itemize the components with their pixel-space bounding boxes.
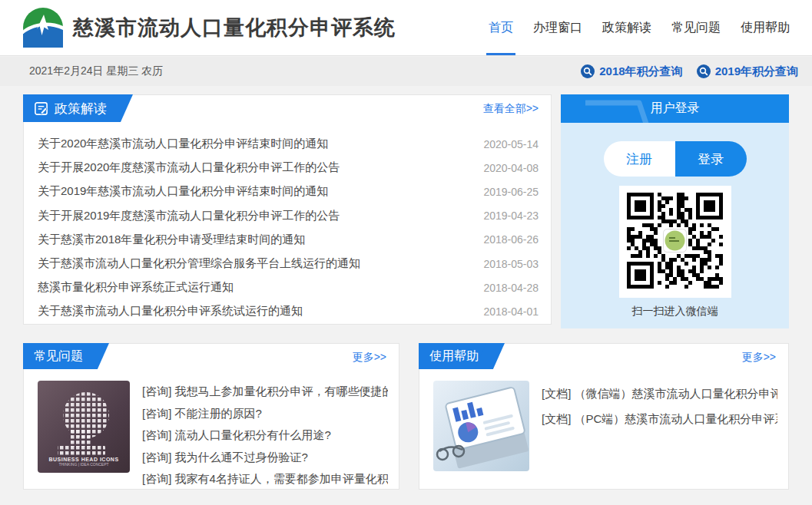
auth-toggle: 注册 登录 bbox=[604, 141, 747, 177]
notice-date: 2018-05-03 bbox=[483, 258, 539, 270]
notice-title: 关于慈溪市流动人口量化积分管理综合服务平台上线运行的通知 bbox=[38, 256, 360, 271]
notice-date: 2020-04-08 bbox=[483, 162, 539, 174]
nav-item[interactable]: 常见问题 bbox=[661, 0, 731, 55]
policy-title-label: 政策解读 bbox=[55, 100, 107, 117]
site-logo-icon bbox=[23, 8, 63, 48]
help-panel: 使用帮助 更多>> bbox=[419, 343, 789, 490]
faq-title-label: 常见问题 bbox=[34, 348, 83, 365]
faq-panel: 常见问题 更多>> BUSINESS HEAD ICONS THINKING |… bbox=[23, 343, 399, 490]
policy-list-item[interactable]: 关于慈溪市流动人口量化积分申评系统试运行的通知 2018-04-01 bbox=[38, 299, 539, 323]
nav-item[interactable]: 使用帮助 bbox=[731, 0, 800, 55]
faq-thumbnail-image[interactable]: BUSINESS HEAD ICONS THINKING | IDEA CONC… bbox=[38, 381, 130, 473]
faq-panel-title: 常见问题 bbox=[23, 343, 91, 369]
help-title-label: 使用帮助 bbox=[429, 348, 479, 365]
nav-item[interactable]: 首页 bbox=[479, 0, 523, 55]
current-date: 2021年2月24日 星期三 农历 bbox=[29, 64, 163, 78]
notice-date: 2018-04-01 bbox=[483, 305, 539, 318]
score-query-link[interactable]: 2018年积分查询 bbox=[581, 64, 682, 79]
notice-title: 慈溪市量化积分申评系统正式运行通知 bbox=[38, 280, 234, 295]
help-list: [文档] （微信端）慈溪市流动人口量化积分申评系... [文档] （PC端）慈溪… bbox=[542, 381, 777, 431]
help-list-item[interactable]: [文档] （微信端）慈溪市流动人口量化积分申评系... bbox=[542, 381, 777, 406]
site-header: 慈溪市流动人口量化积分申评系统 首页 办理窗口 政策解读 常见问题 使用帮助 bbox=[0, 0, 812, 56]
briefcase-watermark-icon bbox=[567, 97, 658, 123]
faq-more-link[interactable]: 更多>> bbox=[353, 351, 386, 365]
help-thumbnail-image[interactable] bbox=[433, 381, 529, 471]
notice-title: 关于慈溪市流动人口量化积分申评系统试运行的通知 bbox=[38, 304, 303, 319]
notice-date: 2020-05-14 bbox=[483, 138, 539, 150]
search-icon bbox=[581, 64, 595, 78]
qr-caption: 扫一扫进入微信端 bbox=[561, 305, 789, 319]
login-button[interactable]: 登录 bbox=[675, 141, 747, 177]
faq-list-item[interactable]: [咨询] 我家有4名持证人，需要都参加申评量化积分... bbox=[142, 468, 388, 490]
score-query-links: 2018年积分查询 2019年积分查询 bbox=[581, 64, 798, 79]
main-nav: 首页 办理窗口 政策解读 常见问题 使用帮助 bbox=[479, 0, 812, 55]
help-list-item[interactable]: [文档] （PC端）慈溪市流动人口量化积分申评系统... bbox=[542, 406, 777, 431]
faq-list-item[interactable]: [咨询] 流动人口量化积分有什么用途? bbox=[142, 424, 388, 447]
policy-list-item[interactable]: 关于慈溪市流动人口量化积分管理综合服务平台上线运行的通知 2018-05-03 bbox=[38, 252, 539, 276]
nav-item[interactable]: 政策解读 bbox=[592, 0, 661, 55]
register-button[interactable]: 注册 bbox=[604, 141, 675, 177]
policy-list-item[interactable]: 关于开展2020年度慈溪市流动人口量化积分申评工作的公告 2020-04-08 bbox=[38, 156, 539, 180]
score-query-label: 2019年积分查询 bbox=[715, 64, 798, 79]
faq-list: [咨询] 我想马上参加量化积分申评，有哪些便捷的... [咨询] 不能注册的原因… bbox=[142, 381, 388, 490]
page-title: 慈溪市流动人口量化积分申评系统 bbox=[73, 14, 396, 41]
faq-image-caption: BUSINESS HEAD ICONS THINKING | IDEA CONC… bbox=[38, 457, 130, 467]
notice-date: 2018-06-26 bbox=[483, 233, 539, 246]
qr-code-image bbox=[627, 193, 723, 292]
date-bar: 2021年2月24日 星期三 农历 2018年积分查询 2019年积分查询 bbox=[0, 57, 812, 86]
policy-panel: 政策解读 查看全部>> 关于2020年慈溪市流动人口量化积分申评结束时间的通知 … bbox=[23, 94, 552, 325]
notice-date: 2019-04-23 bbox=[483, 210, 539, 222]
policy-list-item[interactable]: 关于2019年慈溪市流动人口量化积分申评结束时间的通知 2019-06-25 bbox=[38, 180, 539, 203]
wechat-qr-code bbox=[619, 186, 731, 298]
tablet-charts-illustration bbox=[433, 381, 529, 471]
policy-list-item[interactable]: 慈溪市量化积分申评系统正式运行通知 2018-04-28 bbox=[38, 276, 539, 299]
help-more-link[interactable]: 更多>> bbox=[742, 351, 776, 365]
notice-title: 关于2020年慈溪市流动人口量化积分申评结束时间的通知 bbox=[38, 137, 328, 151]
login-panel-title: 用户登录 bbox=[651, 101, 700, 117]
policy-list-item[interactable]: 关于2020年慈溪市流动人口量化积分申评结束时间的通知 2020-05-14 bbox=[38, 132, 539, 156]
faq-list-item[interactable]: [咨询] 不能注册的原因? bbox=[142, 403, 388, 425]
notice-title: 关于慈溪市2018年量化积分申请受理结束时间的通知 bbox=[38, 233, 305, 247]
user-login-panel: 用户登录 注册 登录 扫一扫进入微信端 bbox=[561, 94, 789, 328]
notice-title: 关于开展2019年度慈溪市流动人口量化积分申评工作的公告 bbox=[38, 209, 340, 223]
help-panel-title: 使用帮助 bbox=[419, 343, 486, 369]
notice-title: 关于开展2020年度慈溪市流动人口量化积分申评工作的公告 bbox=[38, 160, 340, 175]
faq-list-item[interactable]: [咨询] 我想马上参加量化积分申评，有哪些便捷的... bbox=[142, 381, 388, 403]
notice-date: 2019-06-25 bbox=[483, 186, 539, 198]
score-query-label: 2018年积分查询 bbox=[599, 64, 682, 79]
search-icon bbox=[697, 64, 711, 78]
score-query-link[interactable]: 2019年积分查询 bbox=[697, 64, 798, 79]
policy-panel-title: 政策解读 bbox=[23, 94, 114, 122]
policy-view-all-link[interactable]: 查看全部>> bbox=[483, 102, 539, 116]
document-pen-icon bbox=[34, 101, 48, 116]
policy-list: 关于2020年慈溪市流动人口量化积分申评结束时间的通知 2020-05-14 关… bbox=[24, 132, 551, 324]
policy-list-item[interactable]: 关于开展2019年度慈溪市流动人口量化积分申评工作的公告 2019-04-23 bbox=[38, 204, 539, 228]
login-panel-header: 用户登录 bbox=[561, 94, 789, 123]
notice-date: 2018-04-28 bbox=[483, 282, 539, 294]
policy-list-item[interactable]: 关于慈溪市2018年量化积分申请受理结束时间的通知 2018-06-26 bbox=[38, 228, 539, 252]
faq-list-item[interactable]: [咨询] 我为什么通不过身份验证? bbox=[142, 447, 388, 469]
notice-title: 关于2019年慈溪市流动人口量化积分申评结束时间的通知 bbox=[38, 184, 328, 199]
nav-item[interactable]: 办理窗口 bbox=[523, 0, 592, 55]
